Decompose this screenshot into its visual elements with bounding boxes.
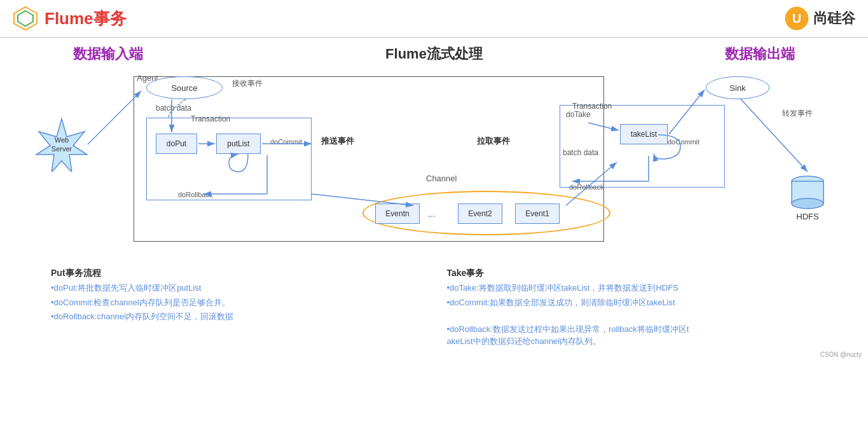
svg-text:Web: Web	[55, 136, 69, 144]
hdfs-cylinder-icon	[789, 175, 827, 210]
bottom-right: Take事务 •doTake:将数据取到临时缓冲区takeList，并将数据发送…	[447, 268, 818, 350]
main-content: 数据输入端 Flume流式处理 数据输出端 Web Server Agent S…	[0, 38, 868, 361]
put-item-2: •doCommit:检查channel内存队列是否足够合并。	[51, 296, 422, 309]
put-title: Put事务流程	[51, 268, 422, 279]
source-label: Source	[171, 83, 197, 93]
hdfs-label: HDFS	[796, 212, 818, 221]
webserver-shape: Web Server	[35, 118, 89, 174]
eventn-box: Eventn	[375, 204, 420, 224]
mid-section-title: Flume流式处理	[172, 45, 696, 64]
app-title: Flume事务	[45, 8, 127, 30]
svg-text:Server: Server	[52, 145, 72, 153]
put-item-3: •doRollback:channel内存队列空间不足，回滚数据	[51, 310, 422, 323]
take-item-2: •doCommit:如果数据全部发送成功，则清除临时缓冲区takeList	[447, 296, 818, 309]
transaction-left-box	[146, 118, 312, 200]
channel-label: Channel	[426, 174, 457, 183]
sink-label: Sink	[729, 83, 745, 93]
brand-name: 尚硅谷	[813, 9, 855, 28]
flume-logo-icon	[13, 6, 38, 31]
left-section-title: 数据输入端	[45, 45, 172, 64]
header: Flume事务 U 尚硅谷	[0, 0, 868, 38]
pull-event-label: 拉取事件	[477, 135, 510, 147]
transaction-right-label: Transaction	[572, 102, 612, 111]
take-item-3: •doRollback:数据发送过程中如果出现异常，rollback将临时缓冲区…	[447, 310, 818, 348]
diagram-area: Web Server Agent Source 接收事件 batch data …	[19, 67, 849, 258]
docommit-left-label: doCommit	[270, 138, 302, 146]
right-section-title: 数据输出端	[696, 45, 823, 64]
dotake-label: doTake	[566, 110, 591, 119]
brand-logo-icon: U	[783, 6, 811, 31]
take-title: Take事务	[447, 268, 818, 279]
docommit-right-label: doCommit	[668, 138, 699, 146]
svg-text:U: U	[792, 11, 801, 25]
dorollback-left-label: doRollback	[178, 191, 212, 198]
doput-box: doPut	[156, 134, 197, 154]
starburst-icon: Web Server	[35, 118, 89, 172]
batch-data-left-label: batch data	[156, 104, 191, 113]
sink-ellipse: Sink	[706, 76, 769, 99]
svg-point-9	[792, 198, 823, 209]
batch-data-right-label: batch data	[563, 148, 598, 157]
putlist-box: putList	[216, 134, 261, 154]
header-left: Flume事务	[13, 6, 127, 31]
hdfs-container: HDFS	[789, 175, 827, 221]
header-right: U 尚硅谷	[783, 6, 855, 31]
dots-channel: ···	[428, 211, 436, 221]
event1-box: Event1	[515, 204, 560, 224]
bottom-section: Put事务流程 •doPut:将批数据先写入临时缓冲区putList •doCo…	[19, 263, 849, 355]
bottom-left: Put事务流程 •doPut:将批数据先写入临时缓冲区putList •doCo…	[51, 268, 422, 350]
section-titles: 数据输入端 Flume流式处理 数据输出端	[19, 45, 849, 64]
transaction-left-label: Transaction	[191, 114, 230, 123]
push-event-label: 推送事件	[321, 135, 354, 147]
svg-marker-1	[18, 11, 33, 26]
dorollback-right-label: doRollback	[569, 183, 603, 191]
take-item-1: •doTake:将数据取到临时缓冲区takeList，并将数据发送到HDFS	[447, 282, 818, 294]
takelist-box: takeList	[620, 124, 668, 144]
receive-event-label: 接收事件	[232, 78, 263, 89]
csdn-label: CSDN @nucty	[820, 351, 862, 358]
source-ellipse: Source	[146, 76, 223, 99]
event2-box: Event2	[458, 204, 502, 224]
put-item-1: •doPut:将批数据先写入临时缓冲区putList	[51, 282, 422, 294]
forward-event-label: 转发事件	[782, 108, 813, 119]
